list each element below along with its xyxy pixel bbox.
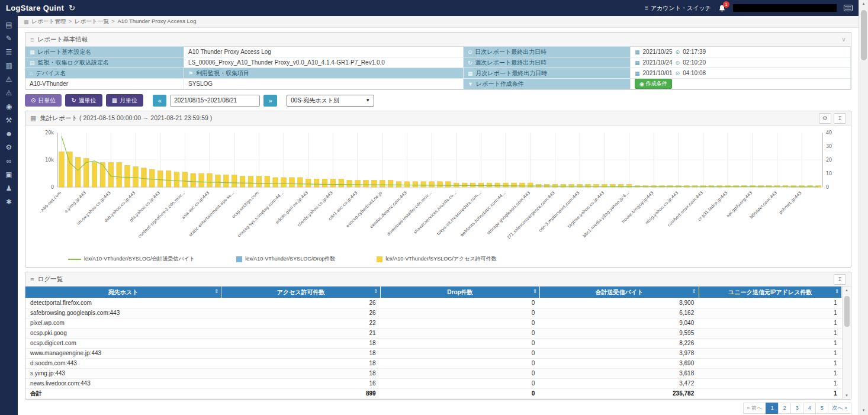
breadcrumb-link[interactable]: レポート管理 bbox=[32, 18, 66, 24]
create-condition-button[interactable]: ◉作成条件 bbox=[635, 79, 672, 89]
value-cell: 8,900 bbox=[539, 298, 699, 308]
pencil-icon[interactable]: ✎ bbox=[2, 35, 15, 42]
value-cell: 1 bbox=[699, 368, 841, 378]
report-type-select[interactable]: 00S-宛先ホスト別 ▼ bbox=[287, 95, 374, 107]
scroll-up-icon[interactable]: ▲ bbox=[862, 0, 866, 7]
chart-area: 010k20k010203040-.hbb-net.coma.yimg.jp:4… bbox=[25, 126, 851, 267]
column-header[interactable]: アクセス許可件数⇕ bbox=[221, 287, 381, 298]
account-switch-button[interactable]: ≡ アカウント・スイッチ bbox=[645, 4, 711, 12]
value-cell: 235,782 bbox=[539, 388, 699, 398]
table-row: news.livedoor.com:4431603,4721 bbox=[25, 378, 842, 388]
value-cell: 26 bbox=[221, 308, 381, 318]
locale-flag-icon[interactable] bbox=[844, 5, 853, 11]
chart-panel-header: ▦ 集計レポート ( 2021-08-15 00:00:00 ～ 2021-08… bbox=[25, 111, 851, 126]
user-menu[interactable] bbox=[733, 4, 837, 12]
log-table: 宛先ホスト⇕アクセス許可件数⇕Drop件数⇕合計送受信バイト⇕ユニーク送信元IP… bbox=[25, 287, 842, 399]
scrollbar-thumb[interactable] bbox=[844, 296, 850, 327]
sort-icon[interactable]: ⇕ bbox=[532, 288, 537, 294]
sort-icon[interactable]: ⇕ bbox=[692, 288, 696, 294]
page-5[interactable]: 5 bbox=[815, 403, 828, 414]
column-header[interactable]: Drop件数⇕ bbox=[381, 287, 540, 298]
cogs-icon[interactable]: ✱ bbox=[2, 198, 15, 205]
breadcrumb-link[interactable]: レポート一覧 bbox=[75, 18, 109, 24]
report-icon[interactable]: ▤ bbox=[2, 21, 15, 28]
value-cell: 6,162 bbox=[539, 308, 699, 318]
page-2[interactable]: 2 bbox=[778, 403, 791, 414]
tools-icon[interactable]: ⚒ bbox=[2, 117, 15, 124]
list-icon[interactable]: ☰ bbox=[2, 49, 15, 56]
table-row: safebrowsing.googleapis.com:4432606,1621 bbox=[25, 308, 842, 318]
page-1[interactable]: 1 bbox=[766, 403, 779, 414]
svg-text:20k: 20k bbox=[45, 130, 54, 136]
report-type-value: 00S-宛先ホスト別 bbox=[291, 96, 339, 105]
svg-text:content-signature-2.cdn.moz...: content-signature-2.cdn.moz... bbox=[137, 191, 186, 239]
table-scrollbar[interactable]: ▲ ▼ bbox=[842, 287, 851, 399]
refresh-icon: ↻ bbox=[71, 97, 76, 104]
chart-legend: lex/A10-VThunder/SYSLOG/合計送受信バイト lex/A10… bbox=[27, 255, 850, 267]
condition-label: ▼レポート作成条件 bbox=[464, 79, 631, 89]
weekly-unit-button[interactable]: ↻週単位 bbox=[65, 94, 102, 107]
breadcrumb-separator: > bbox=[110, 18, 117, 24]
monthly-unit-button[interactable]: ▦月単位 bbox=[106, 94, 143, 107]
aggregate-chart: 010k20k010203040-.hbb-net.coma.yimg.jp:4… bbox=[27, 128, 847, 252]
gear-icon[interactable]: ⚙ bbox=[2, 144, 15, 151]
host-link-cell[interactable]: www.manageengine.jp:443 bbox=[25, 348, 221, 358]
report-info-header: ≡ レポート基本情報 ∨ bbox=[25, 33, 851, 47]
sort-icon[interactable]: ⇕ bbox=[214, 288, 219, 294]
download-icon[interactable]: ↧ bbox=[834, 274, 846, 285]
notifications-button[interactable]: 1 bbox=[718, 4, 726, 12]
next-period-button[interactable]: » bbox=[263, 95, 277, 107]
link-icon[interactable]: ∞ bbox=[2, 157, 15, 165]
host-link-cell[interactable]: news.livedoor.com:443 bbox=[25, 378, 221, 388]
host-link-cell[interactable]: ocsp.digicert.com bbox=[25, 338, 221, 348]
settings-icon[interactable]: ⚙ bbox=[819, 113, 831, 124]
date-range-input[interactable] bbox=[170, 95, 260, 107]
sort-icon[interactable]: ⇕ bbox=[834, 288, 839, 294]
page-prev[interactable]: « 前へ bbox=[743, 403, 767, 414]
column-header[interactable]: 宛先ホスト⇕ bbox=[25, 287, 221, 298]
alert-triangle-icon[interactable]: ⚠ bbox=[2, 76, 15, 83]
column-header[interactable]: ユニーク送信元IPアドレス件数⇕ bbox=[699, 287, 841, 298]
host-link-cell[interactable]: s.yimg.jp:443 bbox=[25, 368, 221, 378]
eye-icon[interactable]: ◉ bbox=[2, 103, 15, 110]
prev-period-button[interactable]: « bbox=[153, 95, 166, 107]
page-3[interactable]: 3 bbox=[790, 403, 803, 414]
svg-text:t71.salesconvergence.com:443: t71.salesconvergence.com:443 bbox=[507, 191, 556, 240]
user-plus-icon[interactable]: ♟ bbox=[2, 185, 15, 192]
value-cell: 21 bbox=[221, 328, 381, 338]
daily-output-value: ▦2021/10/25⊙02:17:39 bbox=[631, 47, 851, 57]
svg-text:bbc1.media.yjtag.yahoo.jp:4...: bbc1.media.yjtag.yahoo.jp:4... bbox=[582, 191, 630, 239]
refresh-icon[interactable]: ↻ bbox=[69, 4, 75, 12]
svg-text:0: 0 bbox=[826, 185, 829, 190]
total-label-cell: 合計 bbox=[25, 388, 221, 398]
window-scrollbar[interactable]: ▲ ▼ bbox=[859, 0, 868, 415]
daily-unit-button[interactable]: ⊙日単位 bbox=[25, 94, 62, 107]
host-link-cell[interactable]: d.socdm.com:443 bbox=[25, 358, 221, 368]
breadcrumb-separator: > bbox=[67, 18, 73, 24]
sort-icon[interactable]: ⇕ bbox=[374, 288, 378, 294]
host-link-cell[interactable]: ocsp.pki.goog bbox=[25, 328, 221, 338]
column-header[interactable]: 合計送受信バイト⇕ bbox=[539, 287, 699, 298]
page-next[interactable]: 次へ » bbox=[828, 403, 851, 414]
database-icon[interactable]: ▥ bbox=[2, 62, 15, 69]
legend-item: lex/A10-VThunder/SYSLOG/Drop件数 bbox=[236, 255, 335, 263]
page-4[interactable]: 4 bbox=[803, 403, 816, 414]
host-link-cell[interactable]: safebrowsing.googleapis.com:443 bbox=[25, 308, 221, 318]
svg-text:10k: 10k bbox=[45, 157, 54, 163]
hamburger-icon: ≡ bbox=[645, 5, 648, 11]
report-name-label: ▦レポート基本設定名 bbox=[25, 47, 184, 57]
host-link-cell[interactable]: detectportal.firefox.com bbox=[25, 298, 221, 308]
value-cell: 22 bbox=[221, 318, 381, 328]
monitor-item-label: ⚑利用監視・収集項目 bbox=[184, 68, 464, 79]
export-icon[interactable]: ↧ bbox=[834, 113, 846, 124]
alert-triangle2-icon[interactable]: ⚠ bbox=[2, 89, 15, 96]
host-link-cell[interactable]: pixel.wp.com bbox=[25, 318, 221, 328]
scroll-down-icon[interactable]: ▼ bbox=[862, 407, 866, 414]
sidebar: ▤✎☰▥⚠⚠◉⚒☻⚙∞▣♟✱ bbox=[0, 16, 18, 415]
box-icon[interactable]: ▣ bbox=[2, 171, 15, 178]
scrollbar-thumb[interactable] bbox=[861, 10, 867, 60]
user-icon[interactable]: ☻ bbox=[2, 130, 15, 137]
collapse-chevron-icon[interactable]: ∨ bbox=[841, 36, 846, 43]
scroll-down-icon[interactable]: ▼ bbox=[845, 392, 848, 399]
scroll-up-icon[interactable]: ▲ bbox=[845, 287, 848, 294]
